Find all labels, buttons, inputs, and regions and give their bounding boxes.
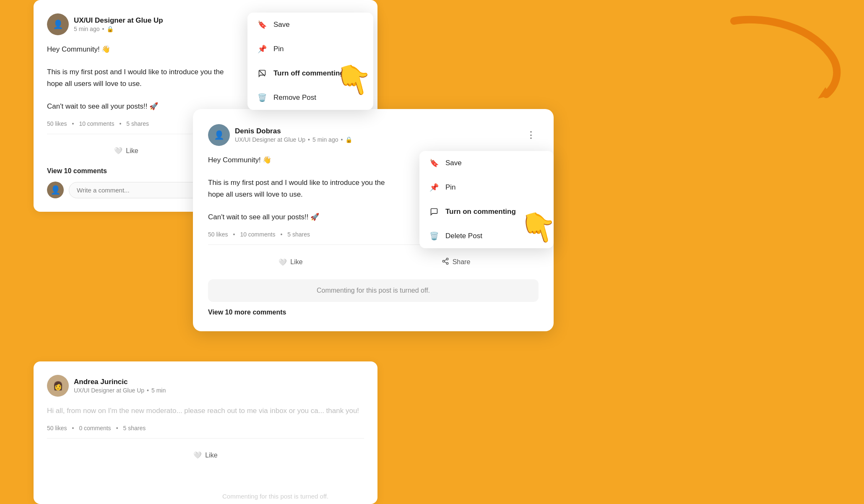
more-options-btn-main[interactable]: ⋮	[523, 127, 539, 143]
user-row-andrea: 👩 Andrea Jurincic UX/UI Designer at Glue…	[47, 375, 364, 397]
like-icon-main: 🤍	[278, 258, 287, 266]
likes-andrea: 50 likes	[47, 425, 67, 431]
like-icon-andrea: 🤍	[193, 451, 202, 459]
post-actions-andrea: 🤍 Like	[47, 447, 364, 463]
user-name-main: Denis Dobras	[235, 127, 518, 135]
user-time-top: 5 min ago	[74, 26, 99, 32]
arrow-annotation	[721, 13, 847, 105]
shares-andrea: 5 shares	[123, 425, 146, 431]
like-btn-andrea[interactable]: 🤍 Like	[47, 447, 364, 463]
dropdown-pin-top[interactable]: 📌 Pin	[247, 37, 373, 61]
comment-slash-icon	[258, 69, 267, 78]
private-icon-main: 🔒	[345, 136, 352, 143]
post-actions-main: 🤍 Like Share	[208, 253, 539, 271]
user-role-main: UX/UI Designer at Glue Up	[235, 136, 305, 143]
user-time-main: 5 min ago	[312, 136, 338, 143]
svg-line-5	[444, 262, 446, 263]
dropdown-save-main[interactable]: 🔖 Save	[419, 151, 554, 175]
share-btn-main[interactable]: Share	[373, 253, 539, 271]
likes-top: 50 likes	[47, 120, 67, 127]
user-row-main: 👤 Denis Dobras UX/UI Designer at Glue Up…	[208, 124, 539, 146]
like-btn-top[interactable]: 🤍 Like	[47, 143, 206, 159]
user-meta-andrea: UX/UI Designer at Glue Up • 5 min	[74, 387, 364, 394]
svg-line-6	[444, 260, 446, 261]
commenting-off-bar: Commenting for this post is turned off.	[208, 279, 539, 302]
private-icon-top: 🔒	[107, 26, 114, 32]
svg-point-4	[446, 262, 448, 265]
post-stats-andrea: 50 likes • 0 comments • 5 shares	[47, 425, 364, 439]
avatar-main: 👤	[208, 124, 230, 146]
shares-top: 5 shares	[126, 120, 149, 127]
user-info-andrea: Andrea Jurincic UX/UI Designer at Glue U…	[74, 378, 364, 394]
comments-main: 10 comments	[240, 231, 275, 238]
user-info-main: Denis Dobras UX/UI Designer at Glue Up •…	[235, 127, 518, 143]
trash-icon-top: 🗑️	[258, 93, 267, 102]
avatar-andrea: 👩	[47, 375, 69, 397]
trash-icon-main: 🗑️	[429, 231, 439, 241]
comments-andrea: 0 comments	[79, 425, 111, 431]
svg-point-3	[442, 260, 445, 262]
user-time-andrea: 5 min	[151, 387, 166, 394]
bookmark-icon-main: 🔖	[429, 158, 439, 168]
user-meta-main: UX/UI Designer at Glue Up • 5 min ago • …	[235, 136, 518, 143]
like-btn-main[interactable]: 🤍 Like	[208, 253, 373, 271]
svg-point-2	[446, 258, 448, 260]
likes-main: 50 likes	[208, 231, 228, 238]
user-role-andrea: UX/UI Designer at Glue Up	[74, 387, 144, 394]
background-bottom-card: 👩 Andrea Jurincic UX/UI Designer at Glue…	[34, 361, 377, 504]
pin-icon-main: 📌	[429, 183, 439, 192]
dropdown-save-top[interactable]: 🔖 Save	[247, 13, 373, 37]
dropdown-pin-main[interactable]: 📌 Pin	[419, 175, 554, 200]
comments-top: 10 comments	[79, 120, 114, 127]
commenter-avatar-top: 👤	[47, 182, 64, 198]
comment-icon-main	[429, 207, 439, 216]
share-icon-main	[442, 257, 449, 267]
commenting-off-text-bottom: Commenting for this post is turned off.	[222, 493, 328, 500]
bookmark-icon: 🔖	[258, 20, 267, 29]
user-name-andrea: Andrea Jurincic	[74, 378, 364, 386]
like-icon-top: 🤍	[114, 147, 122, 155]
pin-icon: 📌	[258, 44, 267, 54]
avatar-top: 👤	[47, 13, 69, 35]
post-content-andrea: Hi all, from now on I'm the new moderato…	[47, 405, 364, 416]
shares-main: 5 shares	[287, 231, 310, 238]
view-more-comments-main[interactable]: View 10 more comments	[208, 309, 539, 316]
